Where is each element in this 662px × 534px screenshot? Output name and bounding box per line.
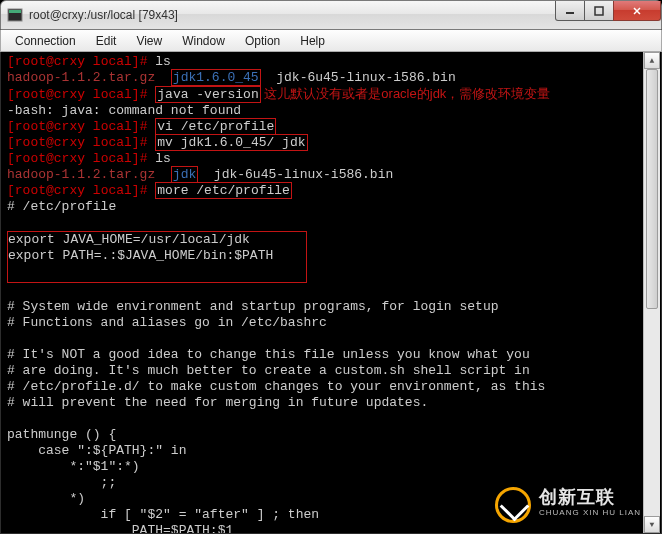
terminal-line: [root@crxy local]# vi /etc/profile (7, 119, 655, 135)
watermark: 创新互联 CHUANG XIN HU LIAN (495, 487, 641, 523)
terminal[interactable]: [root@crxy local]# ls hadoop-1.1.2.tar.g… (0, 52, 662, 534)
terminal-line: [root@crxy local]# ls (7, 151, 655, 167)
watermark-text: 创新互联 (539, 489, 641, 505)
svg-rect-1 (9, 10, 21, 13)
terminal-line: # /etc/profile.d/ to make custom changes… (7, 379, 655, 395)
annotation-text: 这儿默认没有或者是oracle的jdk，需修改环境变量 (261, 86, 551, 101)
annotation-box: export JAVA_HOME=/usr/local/jdk export P… (7, 231, 307, 283)
close-button[interactable] (613, 1, 661, 21)
terminal-line: # are doing. It's much better to create … (7, 363, 655, 379)
terminal-line: hadoop-1.1.2.tar.gz jdk1.6.0_45 jdk-6u45… (7, 70, 655, 86)
svg-rect-3 (595, 7, 603, 15)
terminal-line: -bash: java: command not found (7, 103, 655, 119)
terminal-line: PATH=$PATH:$1 (7, 523, 655, 534)
menu-bar: Connection Edit View Window Option Help (0, 30, 662, 52)
terminal-line: [root@crxy local]# java -version 这儿默认没有或… (7, 86, 655, 103)
terminal-line: [root@crxy local]# more /etc/profile (7, 183, 655, 199)
app-icon (7, 7, 23, 23)
terminal-line: hadoop-1.1.2.tar.gz jdk jdk-6u45-linux-i… (7, 167, 655, 183)
terminal-line: # System wide environment and startup pr… (7, 299, 655, 315)
menu-view[interactable]: View (126, 32, 172, 50)
scroll-track[interactable] (644, 69, 660, 516)
minimize-button[interactable] (555, 1, 585, 21)
terminal-line: pathmunge () { (7, 427, 655, 443)
menu-edit[interactable]: Edit (86, 32, 127, 50)
scroll-up-button[interactable]: ▲ (644, 52, 660, 69)
window-controls (556, 1, 661, 21)
window-titlebar: root@crxy:/usr/local [79x43] (0, 0, 662, 30)
terminal-line: [root@crxy local]# mv jdk1.6.0_45/ jdk (7, 135, 655, 151)
terminal-line: [root@crxy local]# ls (7, 54, 655, 70)
terminal-line: export JAVA_HOME=/usr/local/jdk (8, 232, 304, 248)
terminal-line: export PATH=.:$JAVA_HOME/bin:$PATH (8, 248, 304, 264)
menu-window[interactable]: Window (172, 32, 235, 50)
menu-connection[interactable]: Connection (5, 32, 86, 50)
maximize-button[interactable] (584, 1, 614, 21)
scroll-thumb[interactable] (646, 69, 658, 309)
terminal-line: # /etc/profile (7, 199, 655, 215)
terminal-line: # Functions and aliases go in /etc/bashr… (7, 315, 655, 331)
window-title: root@crxy:/usr/local [79x43] (29, 8, 178, 22)
terminal-line: case ":${PATH}:" in (7, 443, 655, 459)
terminal-line: # It's NOT a good idea to change this fi… (7, 347, 655, 363)
menu-option[interactable]: Option (235, 32, 290, 50)
terminal-line: # will prevent the need for merging in f… (7, 395, 655, 411)
watermark-subtext: CHUANG XIN HU LIAN (539, 505, 641, 521)
watermark-logo-icon (495, 487, 531, 523)
menu-help[interactable]: Help (290, 32, 335, 50)
terminal-line: *:"$1":*) (7, 459, 655, 475)
vertical-scrollbar[interactable]: ▲ ▼ (643, 52, 660, 533)
scroll-down-button[interactable]: ▼ (644, 516, 660, 533)
